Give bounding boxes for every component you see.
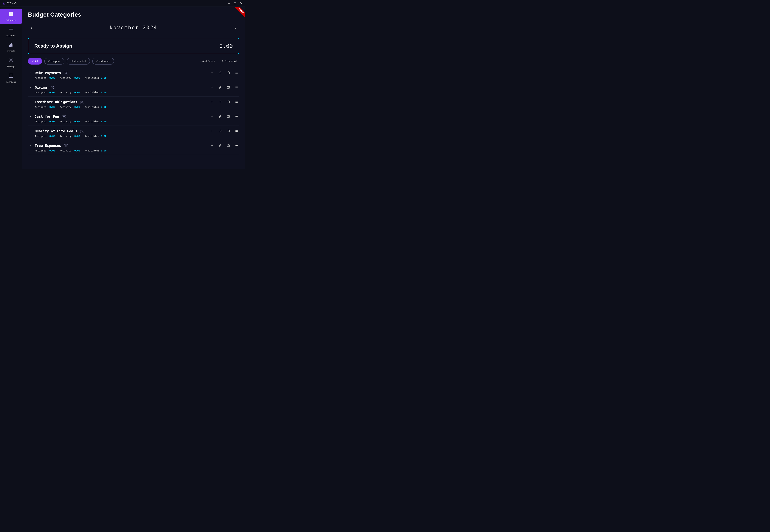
- filter-overfunded-button[interactable]: Overfunded: [92, 58, 114, 65]
- main-content: DEBUG Budget Categories ‹ November 2024 …: [22, 7, 245, 169]
- delete-group-button[interactable]: [226, 143, 231, 148]
- category-group-header: › Giving (3) +: [28, 85, 239, 90]
- svg-rect-34: [236, 131, 238, 131]
- group-stats: Assigned: 0.00 Activity: 0.00 Available:…: [35, 106, 239, 108]
- activity-value: 0.00: [74, 91, 80, 94]
- delete-group-button[interactable]: [226, 99, 231, 104]
- add-group-button[interactable]: + Add Group: [198, 58, 217, 64]
- next-month-button[interactable]: ›: [233, 24, 239, 31]
- sidebar-item-accounts[interactable]: Accounts: [0, 24, 22, 40]
- svg-rect-24: [227, 101, 230, 103]
- available-value: 0.00: [101, 76, 106, 79]
- add-category-button[interactable]: +: [209, 143, 215, 148]
- drag-group-button[interactable]: [234, 143, 239, 148]
- drag-group-button[interactable]: [234, 85, 239, 90]
- expand-all-button[interactable]: ⇅ Expand All: [220, 58, 239, 64]
- titlebar: BYENAB ─ □ ✕: [0, 0, 245, 7]
- assigned-label: Assigned: 0.00: [35, 135, 55, 137]
- sidebar-item-categories[interactable]: Categories: [0, 9, 22, 24]
- edit-group-button[interactable]: [218, 70, 223, 75]
- expand-group-button[interactable]: ›: [28, 114, 32, 119]
- category-group: › Immediate Obligations (8) +: [28, 97, 239, 111]
- assigned-value: 0.00: [49, 120, 55, 123]
- svg-rect-37: [236, 145, 238, 145]
- expand-group-button[interactable]: ›: [28, 143, 32, 148]
- category-group-actions: +: [209, 70, 239, 75]
- filter-all-button[interactable]: ✓ All: [28, 58, 42, 65]
- sidebar-item-reports[interactable]: Reports: [0, 40, 22, 55]
- svg-rect-33: [236, 130, 238, 131]
- svg-rect-21: [236, 87, 238, 87]
- category-group-header: › Quality of Life Goals (5) +: [28, 128, 239, 134]
- category-group-left: › Immediate Obligations (8): [28, 100, 85, 104]
- assigned-value: 0.00: [49, 135, 55, 137]
- svg-rect-10: [11, 43, 12, 47]
- expand-group-button[interactable]: ›: [28, 85, 32, 90]
- feedback-icon: [8, 73, 14, 80]
- edit-group-button[interactable]: [218, 128, 223, 134]
- activity-value: 0.00: [74, 149, 80, 152]
- drag-group-button[interactable]: [234, 99, 239, 104]
- drag-group-button[interactable]: [234, 128, 239, 134]
- category-group-header: › Just for Fun (6) +: [28, 114, 239, 119]
- prev-month-button[interactable]: ‹: [28, 24, 35, 31]
- svg-rect-8: [9, 45, 10, 47]
- delete-group-button[interactable]: [226, 128, 231, 134]
- group-stats: Assigned: 0.00 Activity: 0.00 Available:…: [35, 135, 239, 137]
- close-button[interactable]: ✕: [239, 1, 243, 5]
- filter-overspent-button[interactable]: Overspent: [44, 58, 65, 65]
- group-name: Immediate Obligations: [35, 100, 77, 104]
- activity-label: Activity: 0.00: [60, 120, 80, 123]
- expand-group-button[interactable]: ›: [28, 71, 32, 75]
- ready-to-assign-value: 0.00: [220, 43, 233, 49]
- filter-underfunded-button[interactable]: Underfunded: [67, 58, 90, 65]
- assigned-label: Assigned: 0.00: [35, 149, 55, 152]
- delete-group-button[interactable]: [226, 70, 231, 75]
- add-category-button[interactable]: +: [209, 70, 215, 75]
- available-label: Available: 0.00: [85, 91, 106, 94]
- delete-group-button[interactable]: [226, 85, 231, 90]
- svg-rect-29: [236, 116, 238, 116]
- filter-bar: ✓ All Overspent Underfunded Overfunded +…: [22, 58, 245, 68]
- svg-rect-11: [12, 44, 13, 47]
- drag-group-button[interactable]: [234, 114, 239, 119]
- category-group-left: › Giving (3): [28, 85, 54, 90]
- add-category-button[interactable]: +: [209, 114, 215, 119]
- activity-label: Activity: 0.00: [60, 76, 80, 79]
- maximize-button[interactable]: □: [233, 1, 237, 5]
- edit-group-button[interactable]: [218, 99, 223, 104]
- svg-rect-17: [236, 72, 238, 72]
- expand-group-button[interactable]: ›: [28, 129, 32, 133]
- svg-rect-35: [236, 131, 238, 132]
- delete-group-button[interactable]: [226, 114, 231, 119]
- expand-group-button[interactable]: ›: [28, 100, 32, 104]
- svg-rect-16: [227, 72, 230, 74]
- available-value: 0.00: [101, 91, 106, 94]
- available-label: Available: 0.00: [85, 120, 106, 123]
- category-group: › True Expenses (8) +: [28, 140, 239, 155]
- app-logo-icon: [2, 2, 5, 5]
- sidebar-item-settings[interactable]: Settings: [0, 55, 22, 71]
- add-category-button[interactable]: +: [209, 85, 215, 90]
- activity-value: 0.00: [74, 135, 80, 137]
- category-group-left: › Quality of Life Goals (5): [28, 129, 85, 133]
- activity-value: 0.00: [74, 76, 80, 79]
- edit-group-button[interactable]: [218, 143, 223, 148]
- category-group-header: › Debt Payments (3) +: [28, 70, 239, 75]
- group-count: (5): [79, 129, 85, 133]
- activity-label: Activity: 0.00: [60, 91, 80, 94]
- svg-rect-14: [11, 75, 11, 76]
- sidebar-item-feedback[interactable]: Feedback: [0, 71, 22, 86]
- ready-to-assign-panel[interactable]: Ready to Assign 0.00: [28, 38, 239, 54]
- accounts-icon: [8, 27, 14, 33]
- minimize-button[interactable]: ─: [227, 1, 231, 5]
- drag-group-button[interactable]: [234, 70, 239, 75]
- available-value: 0.00: [101, 149, 106, 152]
- svg-rect-1: [9, 12, 11, 14]
- category-group-left: › True Expenses (8): [28, 143, 69, 148]
- add-category-button[interactable]: +: [209, 128, 215, 134]
- add-category-button[interactable]: +: [209, 99, 215, 104]
- edit-group-button[interactable]: [218, 114, 223, 119]
- edit-group-button[interactable]: [218, 85, 223, 90]
- available-value: 0.00: [101, 135, 106, 137]
